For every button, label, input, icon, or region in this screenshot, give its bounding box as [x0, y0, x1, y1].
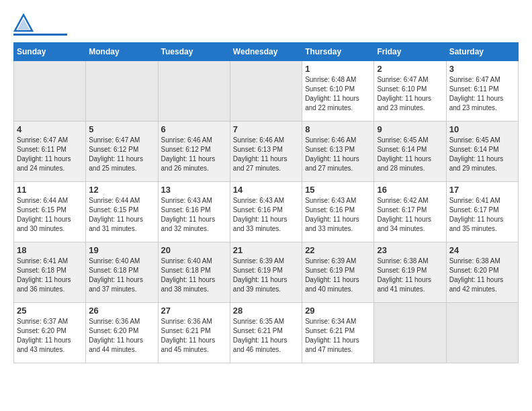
logo: [13, 13, 67, 36]
day-info: Sunrise: 6:34 AMSunset: 6:21 PMDaylight:…: [305, 317, 371, 355]
day-number: 24: [449, 245, 515, 255]
calendar-cell: 29Sunrise: 6:34 AMSunset: 6:21 PMDayligh…: [302, 303, 374, 363]
calendar-cell: [374, 303, 446, 363]
day-info: Sunrise: 6:47 AMSunset: 6:12 PMDaylight:…: [89, 136, 154, 173]
day-info: Sunrise: 6:40 AMSunset: 6:18 PMDaylight:…: [89, 257, 154, 294]
calendar-cell: 21Sunrise: 6:39 AMSunset: 6:19 PMDayligh…: [230, 242, 302, 303]
calendar-cell: 12Sunrise: 6:44 AMSunset: 6:15 PMDayligh…: [86, 182, 158, 242]
day-number: 26: [89, 306, 154, 316]
calendar-cell: 9Sunrise: 6:45 AMSunset: 6:14 PMDaylight…: [374, 122, 446, 182]
day-info: Sunrise: 6:43 AMSunset: 6:16 PMDaylight:…: [233, 196, 299, 234]
calendar-cell: 6Sunrise: 6:46 AMSunset: 6:12 PMDaylight…: [158, 122, 230, 182]
day-info: Sunrise: 6:38 AMSunset: 6:19 PMDaylight:…: [377, 257, 443, 294]
day-number: 7: [233, 124, 299, 134]
header-friday: Friday: [374, 43, 446, 61]
day-number: 14: [233, 185, 299, 195]
day-number: 28: [233, 306, 299, 316]
calendar-cell: 7Sunrise: 6:46 AMSunset: 6:13 PMDaylight…: [230, 122, 302, 182]
day-number: 15: [305, 185, 371, 195]
calendar-cell: 18Sunrise: 6:41 AMSunset: 6:18 PMDayligh…: [14, 242, 86, 303]
day-number: 16: [377, 185, 443, 195]
day-number: 27: [161, 306, 227, 316]
day-number: 11: [17, 185, 83, 195]
calendar-cell: 27Sunrise: 6:36 AMSunset: 6:21 PMDayligh…: [158, 303, 230, 363]
day-info: Sunrise: 6:47 AMSunset: 6:11 PMDaylight:…: [449, 75, 515, 113]
day-info: Sunrise: 6:46 AMSunset: 6:13 PMDaylight:…: [233, 136, 299, 173]
week-row-2: 11Sunrise: 6:44 AMSunset: 6:15 PMDayligh…: [14, 182, 519, 242]
calendar-cell: 3Sunrise: 6:47 AMSunset: 6:11 PMDaylight…: [446, 61, 518, 122]
calendar-cell: [158, 61, 230, 122]
day-number: 4: [17, 124, 83, 134]
calendar-cell: 22Sunrise: 6:39 AMSunset: 6:19 PMDayligh…: [302, 242, 374, 303]
day-info: Sunrise: 6:43 AMSunset: 6:16 PMDaylight:…: [305, 196, 371, 234]
calendar-cell: 14Sunrise: 6:43 AMSunset: 6:16 PMDayligh…: [230, 182, 302, 242]
day-number: 19: [89, 245, 154, 255]
calendar-cell: 2Sunrise: 6:47 AMSunset: 6:10 PMDaylight…: [374, 61, 446, 122]
calendar-cell: 15Sunrise: 6:43 AMSunset: 6:16 PMDayligh…: [302, 182, 374, 242]
calendar-table: SundayMondayTuesdayWednesdayThursdayFrid…: [13, 42, 519, 363]
day-info: Sunrise: 6:39 AMSunset: 6:19 PMDaylight:…: [233, 257, 299, 294]
day-info: Sunrise: 6:41 AMSunset: 6:18 PMDaylight:…: [17, 257, 83, 294]
week-row-3: 18Sunrise: 6:41 AMSunset: 6:18 PMDayligh…: [14, 242, 519, 303]
day-number: 6: [161, 124, 227, 134]
day-info: Sunrise: 6:47 AMSunset: 6:11 PMDaylight:…: [17, 136, 83, 173]
day-info: Sunrise: 6:46 AMSunset: 6:12 PMDaylight:…: [161, 136, 227, 173]
day-info: Sunrise: 6:38 AMSunset: 6:20 PMDaylight:…: [449, 257, 515, 294]
day-number: 10: [449, 124, 515, 134]
day-info: Sunrise: 6:44 AMSunset: 6:15 PMDaylight:…: [17, 196, 83, 234]
header-tuesday: Tuesday: [158, 43, 230, 61]
day-number: 18: [17, 245, 83, 255]
calendar-cell: 24Sunrise: 6:38 AMSunset: 6:20 PMDayligh…: [446, 242, 518, 303]
day-number: 9: [377, 124, 443, 134]
header-wednesday: Wednesday: [230, 43, 302, 61]
day-number: 25: [17, 306, 83, 316]
logo-icon: [13, 13, 34, 32]
calendar-cell: 17Sunrise: 6:41 AMSunset: 6:17 PMDayligh…: [446, 182, 518, 242]
day-info: Sunrise: 6:36 AMSunset: 6:20 PMDaylight:…: [89, 317, 154, 355]
week-row-4: 25Sunrise: 6:37 AMSunset: 6:20 PMDayligh…: [14, 303, 519, 363]
day-info: Sunrise: 6:39 AMSunset: 6:19 PMDaylight:…: [305, 257, 371, 294]
day-number: 3: [449, 64, 515, 74]
calendar-cell: 8Sunrise: 6:46 AMSunset: 6:13 PMDaylight…: [302, 122, 374, 182]
header-saturday: Saturday: [446, 43, 518, 61]
day-number: 2: [377, 64, 443, 74]
calendar-cell: 4Sunrise: 6:47 AMSunset: 6:11 PMDaylight…: [14, 122, 86, 182]
day-number: 8: [305, 124, 371, 134]
calendar-cell: [446, 303, 518, 363]
day-info: Sunrise: 6:35 AMSunset: 6:21 PMDaylight:…: [233, 317, 299, 355]
day-info: Sunrise: 6:42 AMSunset: 6:17 PMDaylight:…: [377, 196, 443, 234]
header-sunday: Sunday: [14, 43, 86, 61]
calendar-cell: 19Sunrise: 6:40 AMSunset: 6:18 PMDayligh…: [86, 242, 158, 303]
day-info: Sunrise: 6:47 AMSunset: 6:10 PMDaylight:…: [377, 75, 443, 113]
day-info: Sunrise: 6:41 AMSunset: 6:17 PMDaylight:…: [449, 196, 515, 234]
day-info: Sunrise: 6:45 AMSunset: 6:14 PMDaylight:…: [377, 136, 443, 173]
day-info: Sunrise: 6:44 AMSunset: 6:15 PMDaylight:…: [89, 196, 154, 234]
day-number: 1: [305, 64, 371, 74]
calendar-cell: 5Sunrise: 6:47 AMSunset: 6:12 PMDaylight…: [86, 122, 158, 182]
calendar-cell: 26Sunrise: 6:36 AMSunset: 6:20 PMDayligh…: [86, 303, 158, 363]
day-info: Sunrise: 6:46 AMSunset: 6:13 PMDaylight:…: [305, 136, 371, 173]
day-number: 23: [377, 245, 443, 255]
day-info: Sunrise: 6:37 AMSunset: 6:20 PMDaylight:…: [17, 317, 83, 355]
day-info: Sunrise: 6:48 AMSunset: 6:10 PMDaylight:…: [305, 75, 371, 113]
calendar-cell: [230, 61, 302, 122]
day-number: 17: [449, 185, 515, 195]
calendar-cell: 11Sunrise: 6:44 AMSunset: 6:15 PMDayligh…: [14, 182, 86, 242]
header-monday: Monday: [86, 43, 158, 61]
calendar-cell: [86, 61, 158, 122]
day-info: Sunrise: 6:36 AMSunset: 6:21 PMDaylight:…: [161, 317, 227, 355]
day-number: 13: [161, 185, 227, 195]
calendar-cell: [14, 61, 86, 122]
day-number: 20: [161, 245, 227, 255]
day-info: Sunrise: 6:43 AMSunset: 6:16 PMDaylight:…: [161, 196, 227, 234]
day-info: Sunrise: 6:45 AMSunset: 6:14 PMDaylight:…: [449, 136, 515, 173]
day-number: 12: [89, 185, 154, 195]
week-row-0: 1Sunrise: 6:48 AMSunset: 6:10 PMDaylight…: [14, 61, 519, 122]
calendar-cell: 28Sunrise: 6:35 AMSunset: 6:21 PMDayligh…: [230, 303, 302, 363]
calendar-cell: 23Sunrise: 6:38 AMSunset: 6:19 PMDayligh…: [374, 242, 446, 303]
calendar-cell: 25Sunrise: 6:37 AMSunset: 6:20 PMDayligh…: [14, 303, 86, 363]
logo-underline: [13, 34, 67, 36]
day-info: Sunrise: 6:40 AMSunset: 6:18 PMDaylight:…: [161, 257, 227, 294]
day-number: 21: [233, 245, 299, 255]
header-row: SundayMondayTuesdayWednesdayThursdayFrid…: [14, 43, 519, 61]
